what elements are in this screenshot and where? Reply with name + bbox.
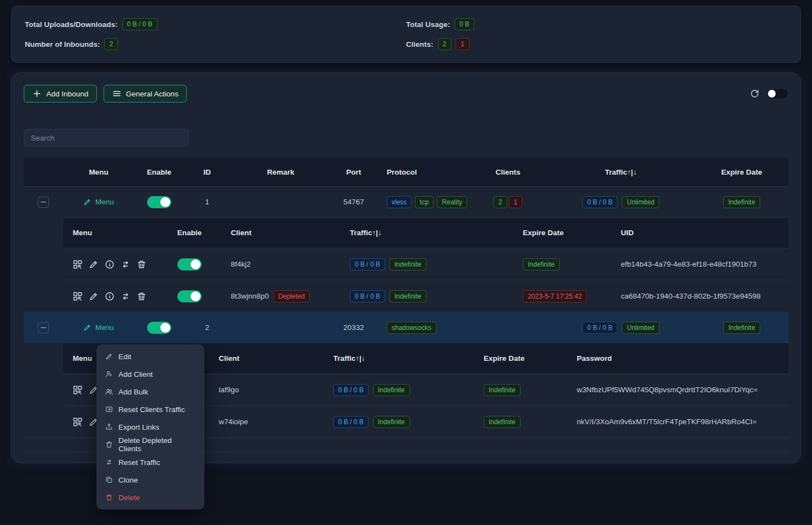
- client-expire: Indefinite: [523, 258, 560, 270]
- trash-icon: [105, 494, 113, 501]
- menu-item-reset-clients-traffic[interactable]: Reset Clients Traffic: [96, 400, 204, 418]
- qr-code-icon[interactable]: [73, 385, 83, 395]
- column-header-enable: Enable: [165, 226, 214, 239]
- inbound-1-clients-depleted: 1: [509, 196, 523, 208]
- column-header-clients: Clients: [469, 166, 546, 178]
- column-header-client: Client: [214, 226, 341, 239]
- menu-item-delete-depleted-clients[interactable]: Delete Depleted Clients: [96, 436, 204, 453]
- trash-icon: [105, 441, 113, 448]
- column-header-protocol: Protocol: [376, 166, 469, 178]
- stat-total-usage-label: Total Usage:: [406, 20, 450, 29]
- client-uid: ca68470b-1940-437d-802b-1f9573e94598: [605, 290, 788, 302]
- inbound-row-2: Menu 2 20332 shadowsocks 0 B / 0 B Unlim…: [24, 312, 788, 343]
- inbound-1-port: 54767: [332, 196, 376, 208]
- inbound-1-remark: [230, 200, 332, 204]
- reset-traffic-icon[interactable]: [121, 291, 131, 301]
- stats-card: Total Uploads/Downloads: 0 B / 0 B Total…: [11, 6, 801, 63]
- stat-number-inbounds-value: 2: [104, 38, 118, 50]
- column-header-uid: UID: [605, 226, 788, 239]
- inbound-2-enable-toggle[interactable]: [147, 322, 171, 334]
- info-icon[interactable]: [105, 259, 115, 269]
- stat-number-inbounds-label: Number of Inbounds:: [25, 40, 100, 48]
- client-traffic-limit: Indefinite: [373, 384, 410, 396]
- column-header-remark: Remark: [230, 166, 332, 178]
- inbound-2-remark: [230, 326, 332, 330]
- trash-icon[interactable]: [137, 259, 147, 269]
- qr-code-icon[interactable]: [73, 259, 83, 269]
- protocol-tag: Reality: [437, 196, 467, 208]
- client-enable-toggle[interactable]: [177, 258, 202, 270]
- menu-item-add-client[interactable]: Add Client: [96, 365, 204, 383]
- stat-total-uploads: Total Uploads/Downloads: 0 B / 0 B: [25, 18, 406, 30]
- protocol-tag: vless: [387, 196, 412, 208]
- client-traffic: 0 B / 0 B: [333, 416, 369, 428]
- menu-item-export-links[interactable]: Export Links: [96, 418, 204, 436]
- inbound-2-traffic: 0 B / 0 B: [582, 322, 618, 334]
- toolbar-right: [750, 88, 788, 99]
- menu-item-delete[interactable]: Delete: [96, 489, 204, 506]
- plus-icon: [32, 89, 42, 99]
- column-header-port: Port: [332, 166, 376, 178]
- column-header-traffic-sort[interactable]: Traffic↑|↓: [341, 226, 495, 239]
- client-row: 8f4kj2 0 B / 0 B Indefinite Indefinite e…: [63, 248, 788, 280]
- edit-icon[interactable]: [89, 259, 99, 269]
- user-add-icon: [105, 370, 113, 378]
- protocol-tag: shadowsocks: [387, 322, 436, 334]
- users-icon: [105, 388, 113, 396]
- stat-clients-label: Clients:: [406, 40, 434, 48]
- stat-number-inbounds: Number of Inbounds: 2: [25, 38, 406, 50]
- menu-item-clone[interactable]: Clone: [96, 471, 204, 489]
- theme-toggle-knob: [768, 90, 776, 98]
- edit-icon: [105, 353, 113, 360]
- client-depleted-badge: Depleted: [273, 290, 310, 302]
- column-header-menu: Menu: [63, 166, 134, 178]
- client-traffic: 0 B / 0 B: [350, 290, 385, 302]
- inbound-1-traffic-limit: Unlimited: [622, 196, 659, 208]
- client-enable-toggle[interactable]: [177, 290, 202, 302]
- edit-icon: [83, 323, 91, 332]
- column-header-menu: Menu: [63, 226, 165, 239]
- menu-item-reset-traffic[interactable]: Reset Traffic: [96, 453, 204, 471]
- export-icon: [105, 423, 113, 431]
- edit-icon: [83, 198, 91, 206]
- client-expire: Indefinite: [484, 384, 521, 396]
- general-actions-button[interactable]: General Actions: [104, 85, 187, 102]
- column-header-traffic-sort[interactable]: Traffic↑|↓: [546, 166, 695, 178]
- inbound-1-enable-toggle[interactable]: [147, 196, 171, 208]
- menu-item-edit[interactable]: Edit: [96, 348, 204, 365]
- column-header-password: Password: [572, 352, 788, 365]
- client-traffic-limit: Indefinite: [389, 258, 426, 270]
- menu-bars-icon: [112, 89, 122, 99]
- client-name: 8t3wjnn8p0: [231, 292, 269, 300]
- client-traffic-limit: Indefinite: [389, 290, 426, 302]
- client-row: 8t3wjnn8p0 Depleted 0 B / 0 B Indefinite…: [63, 280, 788, 312]
- inbound-1-menu-button[interactable]: Menu: [83, 198, 114, 206]
- reset-traffic-icon[interactable]: [121, 259, 131, 269]
- add-inbound-button[interactable]: Add Inbound: [24, 85, 97, 102]
- client-uid: efb14b43-4a79-4e83-ef18-e48cf1901b73: [605, 258, 788, 270]
- search-input[interactable]: [24, 129, 189, 147]
- clone-icon: [105, 476, 113, 484]
- stat-total-usage: Total Usage: 0 B: [406, 18, 787, 30]
- qr-code-icon[interactable]: [73, 417, 83, 427]
- collapse-inbound-1-button[interactable]: [38, 197, 49, 208]
- qr-code-icon[interactable]: [73, 291, 83, 301]
- theme-toggle[interactable]: [766, 88, 788, 99]
- inbound-2-id: 2: [185, 321, 230, 334]
- general-actions-label: General Actions: [126, 90, 178, 98]
- edit-icon[interactable]: [89, 291, 99, 301]
- stat-total-usage-value: 0 B: [454, 18, 474, 30]
- column-header-expire: Expire Date: [476, 352, 572, 365]
- column-header-expire: Expire Date: [495, 226, 605, 239]
- trash-icon[interactable]: [137, 291, 147, 301]
- inbound-2-traffic-limit: Unlimited: [622, 322, 659, 334]
- menu-item-add-bulk[interactable]: Add Bulk: [96, 383, 204, 400]
- column-header-traffic-sort[interactable]: Traffic↑|↓: [324, 352, 476, 365]
- refresh-icon[interactable]: [750, 89, 760, 99]
- inbound-2-menu-button[interactable]: Menu: [83, 323, 114, 332]
- client-name: 8f4kj2: [214, 258, 341, 270]
- info-icon[interactable]: [105, 291, 115, 301]
- client-password: w3NfbzUPf5WWd745Q8pvsmQrdrttT2IO6knuI7Di…: [572, 383, 788, 396]
- collapse-inbound-2-button[interactable]: [38, 322, 49, 333]
- inbound-1-id: 1: [185, 196, 230, 208]
